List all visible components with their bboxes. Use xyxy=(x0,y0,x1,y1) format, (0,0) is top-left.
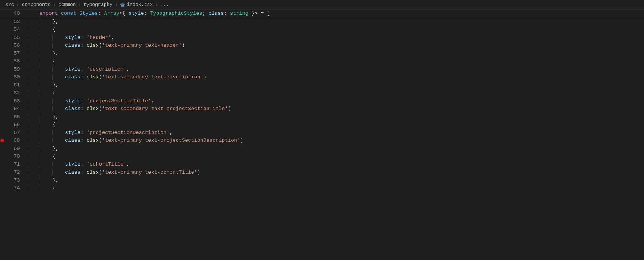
token: clsx xyxy=(86,106,99,112)
line-number: 65 xyxy=(4,114,27,120)
token: clsx xyxy=(86,138,99,143)
token: : xyxy=(80,138,86,143)
code-row[interactable]: 56class: clsx('text-primary text-header'… xyxy=(0,41,644,49)
code-row[interactable]: 57}, xyxy=(0,49,644,57)
token: { xyxy=(52,90,55,96)
line-number: 59 xyxy=(4,66,27,72)
editor-body[interactable]: 53},54{55style: 'header',56class: clsx('… xyxy=(0,17,644,192)
line-number: 67 xyxy=(4,130,27,135)
line-number: 58 xyxy=(4,58,27,64)
line-number: 53 xyxy=(4,19,27,24)
token: : xyxy=(80,106,86,112)
code-row[interactable]: 55style: 'header', xyxy=(0,33,644,41)
indent-guide xyxy=(40,43,40,48)
code-row[interactable]: 53}, xyxy=(0,17,644,25)
token: clsx xyxy=(86,74,99,80)
code-line[interactable]: class: clsx('text-primary text-cohortTit… xyxy=(27,170,644,175)
token-variable: Styles xyxy=(79,11,98,16)
token: : xyxy=(80,161,86,167)
code-row[interactable]: 72class: clsx('text-primary text-cohortT… xyxy=(0,168,644,176)
code-row[interactable]: 61}, xyxy=(0,81,644,89)
code-line[interactable]: }, xyxy=(27,114,644,120)
token: 'cohortTitle' xyxy=(86,161,127,167)
line-number: 62 xyxy=(4,90,27,96)
code-line[interactable]: }, xyxy=(27,19,644,24)
code-row[interactable]: 65}, xyxy=(0,113,644,121)
code-line[interactable]: { xyxy=(27,58,644,64)
code-line[interactable]: style: 'description', xyxy=(27,66,644,72)
code-line[interactable]: { xyxy=(27,154,644,159)
code-row[interactable]: 74{ xyxy=(0,184,644,192)
code-row[interactable]: 59style: 'description', xyxy=(0,65,644,73)
code-line[interactable]: style: 'cohortTitle', xyxy=(27,161,644,167)
token: 'description' xyxy=(86,66,127,72)
code-row[interactable]: 62{ xyxy=(0,89,644,97)
token: }, xyxy=(52,19,58,24)
code-line[interactable]: }, xyxy=(27,82,644,88)
indent-guide xyxy=(27,170,27,175)
indent-guide xyxy=(27,58,27,64)
indent-guide xyxy=(52,130,53,135)
line-number: 40 xyxy=(4,11,27,16)
breadcrumb-part[interactable]: src xyxy=(5,2,14,8)
token: { xyxy=(52,154,55,159)
indent-guide xyxy=(27,177,27,183)
token: class xyxy=(65,138,80,143)
indent-guide xyxy=(27,130,27,135)
token: 'text-primary text-cohortTitle' xyxy=(102,170,197,175)
indent-guide xyxy=(52,98,53,104)
indent-guide xyxy=(40,90,40,96)
token: class xyxy=(65,74,80,80)
indent-guide xyxy=(27,19,27,24)
code-line[interactable]: class: clsx('text-secondary text-descrip… xyxy=(27,74,644,80)
code-line[interactable]: { xyxy=(27,185,644,191)
code-row[interactable]: 66{ xyxy=(0,121,644,128)
code-line[interactable]: class: clsx('text-primary text-header') xyxy=(27,43,644,48)
code-row[interactable]: 58{ xyxy=(0,57,644,65)
code-line[interactable]: style: 'header', xyxy=(27,35,644,40)
code-row[interactable]: 70{ xyxy=(0,152,644,160)
code-row[interactable]: 68class: clsx('text-primary text-project… xyxy=(0,137,644,144)
indent-guide xyxy=(40,35,40,40)
code-row[interactable]: 54{ xyxy=(0,26,644,33)
code-line[interactable]: }, xyxy=(27,50,644,56)
indent-guide xyxy=(52,66,53,72)
code-line[interactable]: class: clsx('text-primary text-projectSe… xyxy=(27,138,644,143)
token: , xyxy=(127,161,130,167)
code-row[interactable]: 63style: 'projectSectionTitle', xyxy=(0,97,644,105)
code-row[interactable]: 73}, xyxy=(0,176,644,184)
code-line[interactable]: }, xyxy=(27,146,644,151)
code-row[interactable]: 60class: clsx('text-secondary text-descr… xyxy=(0,73,644,81)
code-line[interactable]: style: 'projectSectionDescription', xyxy=(27,130,644,135)
token: ) xyxy=(228,106,231,112)
sticky-scroll-line[interactable]: 40 export const Styles: Array<{ style: T… xyxy=(0,10,644,17)
line-number: 70 xyxy=(4,154,27,159)
code-row[interactable]: 69}, xyxy=(0,144,644,152)
indent-guide xyxy=(40,170,40,175)
code-line[interactable]: style: 'projectSectionTitle', xyxy=(27,98,644,104)
token: style xyxy=(65,161,80,167)
breakpoint-gutter[interactable] xyxy=(0,139,4,142)
code-row[interactable]: 67style: 'projectSectionDescription', xyxy=(0,128,644,136)
indent-guide xyxy=(52,35,53,40)
breakpoint-icon[interactable] xyxy=(0,139,4,142)
indent-guide xyxy=(27,154,27,159)
code-line[interactable]: { xyxy=(27,27,644,32)
code-row[interactable]: 71style: 'cohortTitle', xyxy=(0,160,644,168)
token: 'text-secondary text-projectSectionTitle… xyxy=(102,106,228,112)
indent-guide xyxy=(27,50,27,56)
indent-guide xyxy=(40,138,40,143)
code-line[interactable]: }, xyxy=(27,177,644,183)
token: class xyxy=(65,106,80,112)
code-line[interactable]: class: clsx('text-secondary text-project… xyxy=(27,106,644,112)
code-line[interactable]: { xyxy=(27,90,644,96)
line-number: 56 xyxy=(4,43,27,48)
code-row[interactable]: 64class: clsx('text-secondary text-proje… xyxy=(0,105,644,113)
code-line[interactable]: { xyxy=(27,122,644,128)
token: : xyxy=(80,35,86,40)
indent-guide xyxy=(40,130,40,135)
token: ( xyxy=(99,106,102,112)
indent-guide xyxy=(40,146,40,151)
token: style xyxy=(65,130,80,135)
line-number: 69 xyxy=(4,146,27,151)
